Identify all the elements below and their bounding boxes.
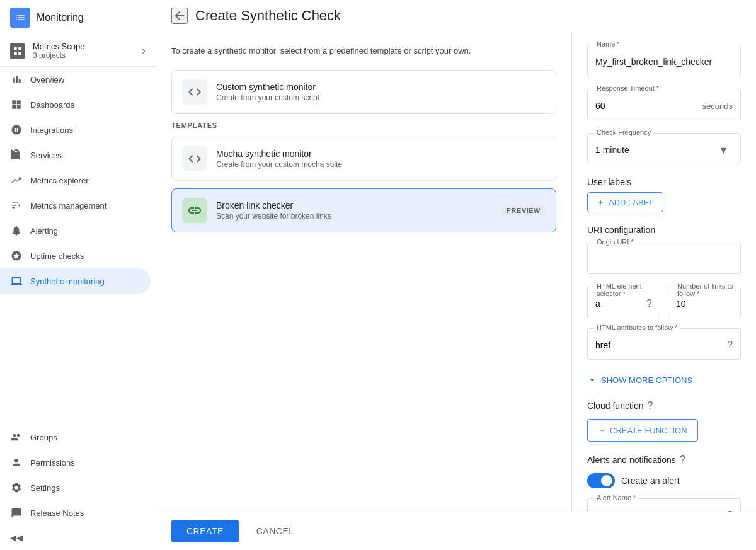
uri-config-title: URI configuration bbox=[587, 225, 741, 235]
app-title: Monitoring bbox=[37, 12, 84, 23]
create-alert-row: Create an alert bbox=[587, 473, 741, 488]
svg-rect-3 bbox=[18, 52, 21, 55]
alerts-help-icon[interactable]: ? bbox=[680, 454, 685, 466]
broken-link-icon bbox=[182, 198, 207, 223]
right-panel: Name * Response Timeout * seconds Check … bbox=[572, 32, 756, 512]
settings-chart-icon bbox=[10, 199, 23, 212]
sidebar-item-uptime-checks[interactable]: Uptime checks bbox=[0, 243, 151, 268]
cloud-function-help-icon[interactable]: ? bbox=[648, 400, 653, 411]
two-col-row: HTML element selector * ? Number of link… bbox=[587, 287, 741, 318]
metrics-icon bbox=[10, 174, 23, 186]
sidebar-item-label: Services bbox=[30, 151, 62, 160]
create-function-label: CREATE FUNCTION bbox=[610, 426, 687, 435]
sidebar-item-label: Integrations bbox=[30, 125, 73, 135]
broken-link-template-option[interactable]: Broken link checker Scan your website fo… bbox=[171, 188, 556, 232]
show-more-label: SHOW MORE OPTIONS bbox=[601, 375, 692, 385]
alerts-title: Alerts and notifications bbox=[587, 455, 676, 465]
sidebar-item-groups[interactable]: Groups bbox=[0, 425, 151, 450]
sidebar-item-label: Permissions bbox=[30, 458, 75, 467]
check-frequency-label: Check Frequency bbox=[594, 129, 653, 136]
content-area: To create a synthetic monitor, select fr… bbox=[156, 32, 756, 512]
show-more-options-button[interactable]: SHOW MORE OPTIONS bbox=[587, 372, 692, 387]
alerts-header: Alerts and notifications ? bbox=[587, 454, 741, 466]
sidebar-item-label: Uptime checks bbox=[30, 251, 84, 261]
name-input[interactable] bbox=[595, 54, 733, 69]
name-label: Name * bbox=[594, 40, 622, 48]
cloud-function-header: Cloud function ? bbox=[587, 400, 741, 411]
broken-link-template-name: Broken link checker bbox=[216, 200, 331, 210]
check-frequency-wrapper: 1 minute5 minutes10 minutes15 minutes30 … bbox=[595, 142, 733, 158]
create-function-button[interactable]: ＋ CREATE FUNCTION bbox=[587, 419, 698, 442]
sidebar: Monitoring Metrics Scope 3 projects › Ov… bbox=[0, 0, 156, 550]
create-alert-label: Create an alert bbox=[621, 476, 680, 486]
monitor-icon bbox=[10, 275, 23, 287]
sidebar-item-synthetic-monitoring[interactable]: Synthetic monitoring bbox=[0, 268, 151, 294]
cancel-button[interactable]: CANCEL bbox=[246, 520, 304, 542]
sidebar-item-integrations[interactable]: Integrations bbox=[0, 117, 151, 142]
sidebar-item-overview[interactable]: Overview bbox=[0, 67, 151, 92]
description-text: To create a synthetic monitor, select fr… bbox=[171, 45, 556, 57]
sidebar-item-metrics-explorer[interactable]: Metrics explorer bbox=[0, 168, 151, 193]
num-links-input[interactable] bbox=[676, 296, 733, 311]
metrics-scope-item[interactable]: Metrics Scope 3 projects › bbox=[0, 35, 156, 67]
sidebar-item-release-notes[interactable]: Release Notes bbox=[0, 500, 151, 525]
left-panel: To create a synthetic monitor, select fr… bbox=[156, 32, 572, 512]
services-icon bbox=[10, 149, 23, 161]
html-selector-input[interactable] bbox=[595, 296, 641, 311]
html-attributes-input[interactable] bbox=[595, 338, 719, 353]
metrics-scope-text: Metrics Scope 3 projects bbox=[33, 42, 142, 60]
check-frequency-fieldset: Check Frequency 1 minute5 minutes10 minu… bbox=[587, 133, 741, 164]
integrations-icon bbox=[10, 123, 23, 136]
sidebar-bottom: Groups Permissions Settings Release Note… bbox=[0, 425, 156, 550]
sidebar-item-metrics-management[interactable]: Metrics management bbox=[0, 193, 151, 218]
sidebar-item-alerting[interactable]: Alerting bbox=[0, 218, 151, 243]
html-selector-help-icon[interactable]: ? bbox=[646, 298, 652, 309]
create-button[interactable]: CREATE bbox=[171, 520, 239, 542]
mocha-template-desc: Create from your custom mocha suite bbox=[216, 160, 342, 169]
response-timeout-input[interactable] bbox=[595, 98, 702, 113]
origin-uri-fieldset: Origin URI * bbox=[587, 243, 741, 274]
origin-uri-label: Origin URI * bbox=[594, 238, 636, 246]
mocha-template-text: Mocha synthetic monitor Create from your… bbox=[216, 149, 342, 169]
alert-name-input[interactable] bbox=[595, 508, 719, 512]
create-alert-toggle[interactable] bbox=[587, 473, 615, 488]
html-selector-fieldset: HTML element selector * ? bbox=[587, 287, 660, 318]
custom-monitor-name: Custom synthetic monitor bbox=[216, 82, 319, 92]
gear-icon bbox=[10, 481, 23, 494]
release-notes-icon bbox=[10, 507, 23, 519]
add-label-button[interactable]: ＋ ADD LABEL bbox=[587, 192, 663, 212]
check-frequency-select[interactable]: 1 minute5 minutes10 minutes15 minutes30 … bbox=[595, 142, 733, 158]
sidebar-nav: Overview Dashboards Integrations Service… bbox=[0, 67, 156, 294]
person-icon bbox=[10, 456, 23, 469]
sidebar-header: Monitoring bbox=[0, 0, 156, 35]
collapse-sidebar-button[interactable]: ◀◀ bbox=[0, 525, 156, 550]
sidebar-item-label: Metrics management bbox=[30, 201, 106, 210]
alert-name-help-icon[interactable]: ? bbox=[727, 510, 733, 512]
name-fieldset: Name * bbox=[587, 45, 741, 76]
response-timeout-fieldset: Response Timeout * seconds bbox=[587, 89, 741, 120]
html-attributes-help-icon[interactable]: ? bbox=[727, 340, 733, 351]
svg-rect-1 bbox=[18, 47, 21, 50]
origin-uri-input[interactable] bbox=[595, 252, 733, 267]
response-timeout-label: Response Timeout * bbox=[594, 84, 662, 92]
preview-badge: PREVIEW bbox=[501, 205, 546, 215]
sidebar-item-settings[interactable]: Settings bbox=[0, 475, 151, 500]
page-title: Create Synthetic Check bbox=[195, 8, 341, 24]
app-logo bbox=[10, 8, 30, 28]
bell-icon bbox=[10, 224, 23, 237]
sidebar-item-label: Overview bbox=[30, 75, 64, 84]
mocha-template-option[interactable]: Mocha synthetic monitor Create from your… bbox=[171, 137, 556, 181]
sidebar-item-label: Alerting bbox=[30, 226, 58, 236]
sidebar-item-dashboards[interactable]: Dashboards bbox=[0, 92, 151, 117]
custom-monitor-option[interactable]: Custom synthetic monitor Create from you… bbox=[171, 70, 556, 114]
sidebar-item-permissions[interactable]: Permissions bbox=[0, 450, 151, 475]
sidebar-item-label: Groups bbox=[30, 433, 57, 442]
cloud-function-title: Cloud function bbox=[587, 401, 644, 411]
mocha-icon bbox=[182, 146, 207, 171]
back-button[interactable] bbox=[171, 8, 188, 24]
broken-link-template-desc: Scan your website for broken links bbox=[216, 212, 331, 221]
plus-icon: ＋ bbox=[597, 197, 605, 208]
sidebar-item-services[interactable]: Services bbox=[0, 142, 151, 168]
custom-monitor-text: Custom synthetic monitor Create from you… bbox=[216, 82, 319, 102]
sidebar-item-label: Release Notes bbox=[30, 508, 84, 518]
